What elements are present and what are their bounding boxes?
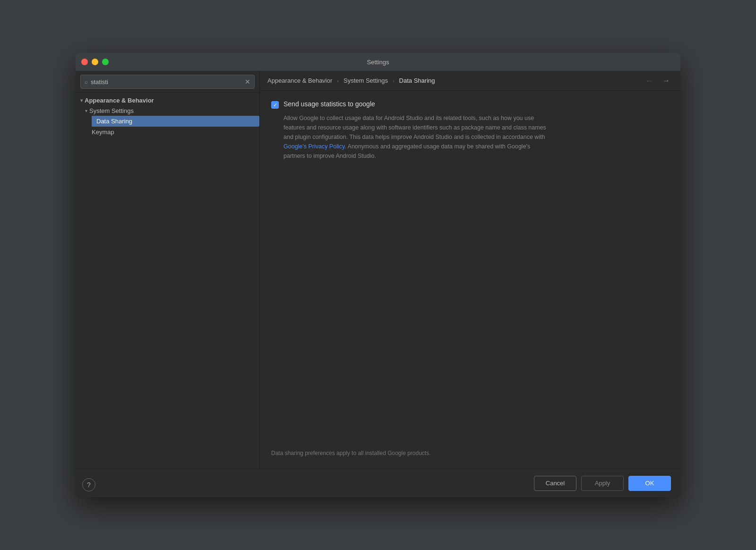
breadcrumb-item-3: Data Sharing [399, 77, 435, 84]
breadcrumb-nav: ← → [643, 76, 673, 86]
breadcrumb-item-1: Appearance & Behavior [267, 77, 332, 84]
sidebar-item-system-settings[interactable]: ▾ System Settings [80, 106, 259, 116]
section-content: ✓ Send usage statistics to google Allow … [271, 100, 669, 445]
dialog-title: Settings [367, 59, 389, 66]
checkbox-row: ✓ Send usage statistics to google [271, 100, 669, 109]
sidebar-item-keymap[interactable]: Keymap [76, 127, 259, 138]
sidebar-nav: ▾ Appearance & Behavior ▾ System Setting… [76, 93, 259, 469]
sidebar-item-data-sharing[interactable]: Data Sharing [92, 116, 259, 127]
sidebar-item-appearance-behavior[interactable]: ▾ Appearance & Behavior [76, 95, 259, 106]
apply-button[interactable]: Apply [581, 476, 624, 491]
title-bar: Settings [76, 53, 680, 71]
back-button[interactable]: ← [643, 76, 656, 86]
breadcrumb-item-2: System Settings [344, 77, 388, 84]
breadcrumb-bar: Appearance & Behavior › System Settings … [260, 71, 680, 91]
search-box: ⌕ ✕ [80, 75, 255, 89]
search-clear-button[interactable]: ✕ [245, 78, 250, 85]
sidebar-item-keymap-label: Keymap [92, 129, 114, 136]
breadcrumb: Appearance & Behavior › System Settings … [267, 77, 435, 84]
maximize-button[interactable] [102, 59, 109, 65]
nav-section-appearance: ▾ Appearance & Behavior ▾ System Setting… [76, 95, 259, 138]
minimize-button[interactable] [92, 59, 98, 65]
window-controls [81, 59, 109, 65]
checkbox-label: Send usage statistics to google [284, 100, 375, 108]
sidebar-item-label: Data Sharing [96, 118, 132, 125]
content-scroll: ✓ Send usage statistics to google Allow … [260, 91, 680, 469]
bottom-bar: Cancel Apply OK [76, 469, 680, 497]
search-container: ⌕ ✕ [76, 71, 259, 93]
search-input[interactable] [91, 78, 242, 86]
checkmark-icon: ✓ [273, 103, 277, 108]
forward-button[interactable]: → [660, 76, 673, 86]
privacy-policy-link[interactable]: Google's Privacy Policy [284, 143, 344, 150]
dialog-body: ⌕ ✕ ▾ Appearance & Behavior ▾ System Set… [76, 71, 680, 469]
help-bar: ? [82, 478, 95, 491]
sidebar-sub-group-label: System Settings [89, 107, 134, 114]
cancel-button[interactable]: Cancel [534, 476, 576, 491]
footer-note: Data sharing preferences apply to all in… [271, 445, 669, 459]
description-part1: Allow Google to collect usage data for A… [284, 115, 546, 140]
nav-sub-group-system: ▾ System Settings Data Sharing [76, 106, 259, 127]
send-statistics-checkbox[interactable]: ✓ [271, 101, 279, 109]
nav-items: Data Sharing [80, 116, 259, 127]
breadcrumb-sep-1: › [337, 78, 339, 84]
content-area: Appearance & Behavior › System Settings … [260, 71, 680, 469]
close-button[interactable] [81, 59, 88, 65]
search-icon: ⌕ [85, 78, 88, 85]
chevron-down-icon: ▾ [80, 98, 83, 103]
help-button[interactable]: ? [82, 478, 95, 491]
sidebar-group-label: Appearance & Behavior [85, 97, 154, 104]
settings-dialog: Settings ⌕ ✕ ▾ Appearance & Behavior [76, 53, 680, 497]
description-text: Allow Google to collect usage data for A… [284, 113, 548, 161]
sidebar: ⌕ ✕ ▾ Appearance & Behavior ▾ System Set… [76, 71, 260, 469]
chevron-down-icon-sub: ▾ [85, 108, 87, 113]
breadcrumb-sep-2: › [393, 78, 395, 84]
ok-button[interactable]: OK [628, 476, 671, 491]
